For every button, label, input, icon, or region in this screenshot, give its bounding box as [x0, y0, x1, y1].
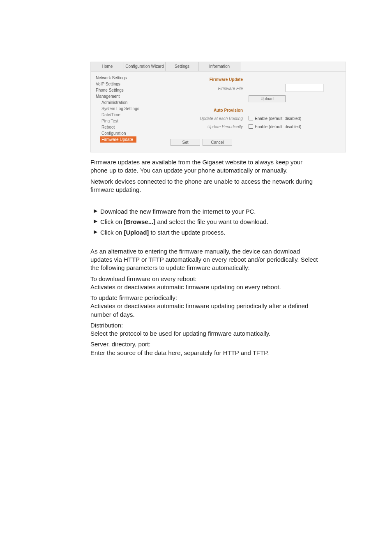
- sidebar-item-reboot[interactable]: Reboot: [96, 124, 165, 130]
- document-body: Firmware updates are available from the …: [90, 158, 318, 357]
- term-update-periodic: To update firmware periodically: Activat…: [90, 294, 318, 319]
- label-update-periodic: Update Periodically: [169, 124, 249, 129]
- sidebar-item-datetime[interactable]: Date/Time: [96, 112, 165, 118]
- tab-settings[interactable]: Settings: [166, 62, 199, 71]
- step-3-text: Click on [Upload] to start the update pr…: [100, 228, 225, 237]
- sidebar-nav: Network Settings VoIP Settings Phone Set…: [91, 71, 165, 152]
- sidebar-item-voip[interactable]: VoIP Settings: [96, 81, 165, 87]
- tab-config-wizard[interactable]: Configuration Wizard: [124, 62, 166, 71]
- tab-home[interactable]: Home: [91, 62, 124, 71]
- tab-information[interactable]: Information: [199, 62, 240, 71]
- sidebar-item-administration[interactable]: Administration: [96, 99, 165, 106]
- firmware-file-input[interactable]: [286, 84, 323, 92]
- checkbox-update-periodic[interactable]: [249, 124, 253, 129]
- step-2: ▶ Click on [Browse...] and select the fi…: [90, 218, 318, 226]
- tab-bar: Home Configuration Wizard Settings Infor…: [91, 62, 346, 71]
- sidebar-item-pingtest[interactable]: Ping Test: [96, 118, 165, 124]
- set-button[interactable]: Set: [171, 139, 200, 146]
- step-2-text: Click on [Browse...] and select the file…: [100, 218, 268, 226]
- sidebar-item-firmware-update[interactable]: Firmware Update: [100, 136, 136, 143]
- cancel-button[interactable]: Cancel: [203, 139, 232, 146]
- paragraph-intro-1: Firmware updates are available from the …: [90, 158, 318, 175]
- paragraph-intro-2: Network devices connected to the phone a…: [90, 177, 318, 194]
- step-1-text: Download the new firmware from the Inter…: [100, 207, 256, 216]
- section-firmware-update: Firmware Update: [169, 77, 249, 82]
- arrow-icon: ▶: [94, 207, 100, 216]
- arrow-icon: ▶: [94, 218, 100, 226]
- section-auto-provision: Auto Provision: [169, 108, 249, 113]
- term-server: Server, directory, port: Enter the sourc…: [90, 340, 318, 357]
- step-3: ▶ Click on [Upload] to start the update …: [90, 228, 318, 237]
- sidebar-item-configuration[interactable]: Configuration: [96, 130, 165, 136]
- text-enable-boot: Enable (default: disabled): [255, 116, 301, 121]
- settings-content: Firmware Update Firmware File Upload Aut…: [165, 71, 346, 152]
- upload-button[interactable]: Upload: [249, 95, 286, 102]
- text-enable-periodic: Enable (default: disabled): [255, 124, 301, 129]
- sidebar-item-phone[interactable]: Phone Settings: [96, 87, 165, 93]
- sidebar-item-network[interactable]: Network Settings: [96, 75, 165, 81]
- checkbox-update-boot[interactable]: [249, 116, 253, 120]
- step-1: ▶ Download the new firmware from the Int…: [90, 207, 318, 216]
- term-distribution: Distribution: Select the protocol to be …: [90, 321, 318, 338]
- sidebar-item-management[interactable]: Management: [96, 93, 165, 99]
- label-update-boot: Update at each Booting: [169, 116, 249, 121]
- paragraph-alternative: As an alternative to entering the firmwa…: [90, 247, 318, 272]
- config-ui-panel: Home Configuration Wizard Settings Infor…: [90, 62, 346, 152]
- sidebar-item-syslog[interactable]: System Log Settings: [96, 106, 165, 112]
- label-firmware-file: Firmware File: [169, 86, 249, 91]
- arrow-icon: ▶: [94, 228, 100, 237]
- term-download-reboot: To download firmware on every reboot: Ac…: [90, 275, 318, 292]
